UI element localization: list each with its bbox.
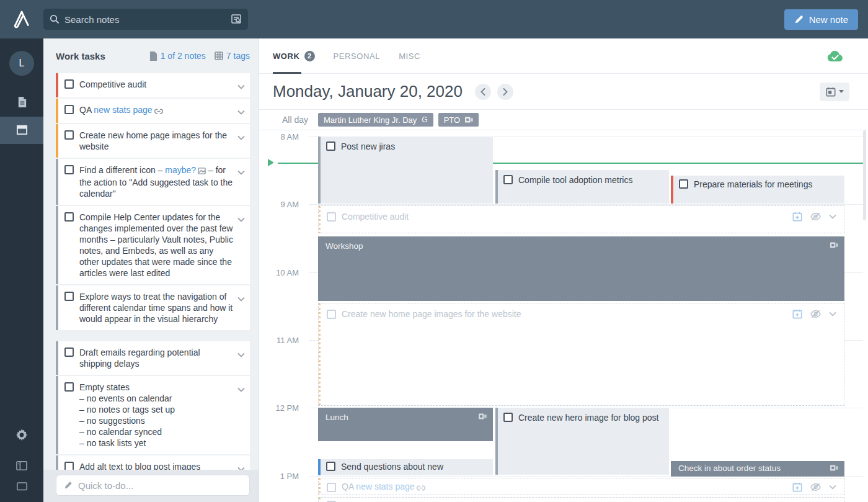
chevron-down-icon[interactable]: [829, 312, 836, 316]
checkbox[interactable]: [64, 212, 74, 222]
suggested-task-partial[interactable]: [318, 497, 844, 502]
chevron-down-icon[interactable]: [237, 349, 245, 369]
prev-day-button[interactable]: [475, 84, 491, 100]
next-day-button[interactable]: [497, 84, 513, 100]
sync-cloud-check-icon[interactable]: [827, 50, 843, 62]
chevron-down-icon[interactable]: [237, 106, 245, 117]
add-to-calendar-icon[interactable]: [792, 212, 802, 222]
notes-count[interactable]: 1 of 2 notes: [149, 51, 206, 61]
task-text: Find a different icon –: [79, 165, 165, 175]
tab-personal[interactable]: PERSONAL: [334, 38, 381, 74]
calendar-event-workshop[interactable]: Workshop: [318, 236, 844, 301]
suggested-task-home-images[interactable]: Create new home page images for the webs…: [318, 303, 844, 406]
search-input[interactable]: [64, 14, 231, 25]
suggested-task-competitive-audit[interactable]: Competitive audit: [318, 205, 844, 233]
checkbox[interactable]: [503, 413, 513, 422]
task-row[interactable]: Find a different icon – maybe? – for the…: [56, 159, 250, 205]
avatar[interactable]: L: [9, 51, 34, 76]
calendar-task-compile-metrics[interactable]: Compile tool adoption metrics: [495, 170, 669, 204]
note-link[interactable]: new stats page: [94, 105, 152, 115]
chevron-down-icon[interactable]: [237, 166, 245, 199]
tags-grid-icon: [215, 52, 223, 60]
checkbox[interactable]: [64, 130, 74, 140]
tab-misc[interactable]: MISC: [399, 38, 420, 74]
task-panel-header: Work tasks 1 of 2 notes 7 tags: [43, 38, 259, 73]
checkbox[interactable]: [327, 483, 336, 492]
main-area: WORK 2 PERSONAL MISC Monday, January 20,…: [259, 38, 868, 502]
note-search-icon[interactable]: [231, 14, 242, 25]
checkbox[interactable]: [64, 105, 74, 114]
checkbox[interactable]: [64, 79, 74, 89]
add-to-calendar-icon[interactable]: [792, 482, 802, 492]
checkbox[interactable]: [64, 165, 74, 174]
hide-suggestion-icon[interactable]: [810, 310, 821, 318]
checkbox[interactable]: [326, 462, 335, 471]
event-label: Competitive audit: [342, 212, 409, 222]
calendar-event-check-in[interactable]: Check in about order status: [671, 461, 844, 477]
calendar-task-hero-image[interactable]: Create new hero image for blog post: [495, 408, 669, 475]
scrollbar-thumb[interactable]: [863, 130, 866, 220]
checkbox[interactable]: [503, 175, 513, 184]
calendar-task-send-questions[interactable]: Send questions about new: [318, 459, 493, 475]
new-note-button[interactable]: New note: [784, 9, 858, 30]
note-link[interactable]: maybe?: [165, 165, 196, 175]
event-label: Send questions about new: [341, 462, 443, 472]
checkbox[interactable]: [64, 347, 74, 357]
chevron-down-icon[interactable]: [237, 293, 245, 325]
tab-badge: 2: [304, 51, 315, 61]
task-label: Competitive audit: [79, 79, 234, 92]
app-window: New note L: [0, 0, 868, 502]
tags-count[interactable]: 7 tags: [215, 51, 250, 61]
calendar-task-prepare-materials[interactable]: Prepare materials for meetings: [671, 176, 844, 204]
all-day-event-mlk[interactable]: Martin Luther King Jr. Day G: [318, 113, 433, 127]
task-row[interactable]: Draft emails regarding potential shippin…: [56, 341, 250, 375]
task-row[interactable]: QA new stats page: [56, 99, 250, 123]
calendar-event-lunch[interactable]: Lunch: [318, 408, 493, 441]
hour-label: 10 AM: [259, 268, 299, 277]
add-to-calendar-icon[interactable]: [792, 309, 802, 319]
suggested-task-qa-stats[interactable]: QA new stats page: [318, 478, 844, 495]
hide-suggestion-icon[interactable]: [810, 483, 821, 491]
checkbox[interactable]: [327, 310, 336, 319]
chevron-down-icon[interactable]: [237, 81, 245, 92]
pencil-icon: [794, 15, 804, 24]
note-link[interactable]: new stats page: [356, 482, 414, 491]
task-row[interactable]: Explore ways to treat the navigation of …: [56, 285, 250, 330]
chevron-down-icon[interactable]: [237, 132, 245, 152]
task-subline: – no notes or tags set up: [79, 404, 234, 415]
calendar-grid[interactable]: 8 AM 9 AM 10 AM 11 AM 12 PM 1 PM Post ne…: [259, 130, 868, 502]
chevron-down-icon[interactable]: [829, 485, 836, 490]
checkbox[interactable]: [327, 212, 336, 222]
new-note-label: New note: [809, 14, 848, 25]
rail-item-notes[interactable]: [0, 89, 43, 117]
toggle-panel-icon[interactable]: [17, 482, 27, 493]
date-title: Monday, January 20, 2020: [273, 82, 463, 101]
task-row[interactable]: Empty states – no events on calendar – n…: [56, 376, 250, 454]
all-day-event-pto[interactable]: PTO: [438, 113, 479, 127]
chevron-down-icon[interactable]: [237, 383, 245, 449]
notes-count-label: 1 of 2 notes: [161, 51, 206, 61]
all-day-row: All day Martin Luther King Jr. Day G PTO: [259, 110, 868, 130]
checkbox[interactable]: [64, 292, 74, 301]
avatar-initial: L: [19, 58, 25, 69]
toggle-sidebar-icon[interactable]: [16, 461, 27, 473]
tab-work[interactable]: WORK 2: [273, 38, 315, 74]
task-row[interactable]: Competitive audit: [56, 73, 250, 97]
checkbox[interactable]: [679, 179, 688, 189]
task-row[interactable]: Create new home page images for the webs…: [56, 124, 250, 158]
quick-todo-input[interactable]: [78, 480, 242, 491]
calendar-view-dropdown[interactable]: [820, 83, 849, 101]
event-label: Workshop: [326, 241, 363, 251]
calendar-task-post-jiras[interactable]: Post new jiras: [318, 137, 493, 204]
rail-item-calendar[interactable]: [0, 117, 43, 144]
outlook-icon: [479, 413, 487, 422]
checkbox[interactable]: [64, 382, 74, 392]
amplenote-logo-icon[interactable]: [0, 7, 43, 31]
checkbox[interactable]: [326, 141, 335, 151]
settings-gear-icon[interactable]: [16, 429, 28, 444]
chevron-down-icon[interactable]: [237, 213, 245, 279]
calendar-icon: [16, 123, 28, 138]
task-row[interactable]: Compile Help Center updates for the chan…: [56, 206, 250, 284]
hide-suggestion-icon[interactable]: [810, 212, 821, 221]
chevron-down-icon[interactable]: [829, 214, 836, 219]
